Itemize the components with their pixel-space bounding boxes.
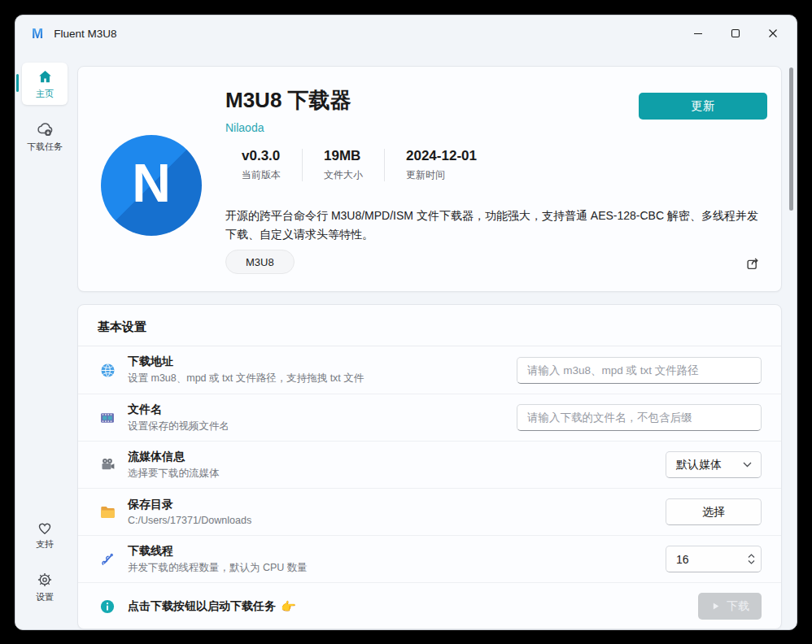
- setting-row-download-url: 下载地址 设置 m3u8、mpd 或 txt 文件路径，支持拖拽 txt 文件: [78, 346, 781, 394]
- share-icon: [744, 255, 762, 272]
- sidebar: 主页 下载任务 支持 设置: [15, 51, 74, 629]
- main-content: N M3U8 下载器 Nilaoda 更新 v0.3.0 当前版本 19MB 文…: [74, 51, 797, 629]
- row-title: 文件名: [128, 402, 229, 417]
- row-text: 保存目录 C:/Users/17371/Downloads: [128, 498, 251, 526]
- cloud-download-icon: [35, 120, 55, 138]
- row-subtitle: 选择要下载的流媒体: [128, 467, 220, 481]
- row-text: 下载线程 并发下载的线程数量，默认为 CPU 数量: [128, 544, 308, 575]
- sidebar-item-settings[interactable]: 设置: [22, 565, 68, 608]
- stat-label: 更新时间: [406, 168, 477, 182]
- settings-card: 基本设置 下载地址 设置 m3u8、mpd 或 txt 文件路径，支持拖拽 tx…: [77, 304, 782, 629]
- stat-value: v0.3.0: [242, 148, 281, 164]
- settings-header: 基本设置: [78, 305, 781, 346]
- close-icon: [768, 28, 778, 38]
- row-title: 保存目录: [128, 498, 251, 512]
- folder-icon: [98, 504, 117, 520]
- stat-value: 19MB: [324, 148, 363, 164]
- spinner-down-icon[interactable]: [748, 559, 755, 564]
- setting-row-save-folder: 保存目录 C:/Users/17371/Downloads 选择: [78, 488, 781, 535]
- filename-input[interactable]: [517, 404, 762, 431]
- app-logo-letter: N: [132, 156, 171, 215]
- row-subtitle: C:/Users/17371/Downloads: [128, 515, 251, 526]
- setting-row-filename: 文件名 设置保存的视频文件名: [78, 394, 781, 441]
- stat-value: 2024-12-01: [406, 148, 477, 164]
- app-title: Fluent M3U8: [54, 28, 116, 40]
- page-title: M3U8 下载器: [225, 86, 351, 115]
- download-button-label: 下载: [727, 599, 749, 614]
- author-link[interactable]: Nilaoda: [225, 121, 264, 134]
- thread-count-input[interactable]: [676, 553, 733, 566]
- minimize-button[interactable]: [679, 20, 717, 46]
- home-icon: [37, 68, 54, 85]
- app-card: N M3U8 下载器 Nilaoda 更新 v0.3.0 当前版本 19MB 文…: [77, 66, 782, 292]
- stat-divider: [302, 149, 303, 181]
- sidebar-item-home[interactable]: 主页: [22, 63, 68, 105]
- vertical-scrollbar[interactable]: [789, 67, 793, 211]
- maximize-icon: [731, 28, 740, 38]
- choose-folder-button[interactable]: 选择: [666, 498, 762, 525]
- download-action-row: 点击下载按钮以启动下载任务 👉 下载: [78, 582, 781, 629]
- stat-date: 2024-12-01 更新时间: [406, 148, 477, 182]
- gear-icon: [36, 571, 54, 589]
- stat-label: 当前版本: [242, 168, 281, 182]
- row-subtitle: 设置 m3u8、mpd 或 txt 文件路径，支持拖拽 txt 文件: [128, 372, 364, 385]
- row-title: 下载线程: [128, 544, 308, 559]
- sidebar-item-support[interactable]: 支持: [22, 513, 68, 555]
- setting-row-threads: 下载线程 并发下载的线程数量，默认为 CPU 数量: [78, 535, 781, 582]
- play-icon: [710, 601, 721, 611]
- info-icon: [100, 599, 115, 614]
- sidebar-item-downloads[interactable]: 下载任务: [22, 115, 68, 158]
- movie-camera-icon: [98, 456, 117, 473]
- app-stats: v0.3.0 当前版本 19MB 文件大小 2024-12-01 更新时间: [242, 148, 477, 182]
- titlebar: M Fluent M3U8: [15, 15, 797, 51]
- sidebar-item-label: 设置: [36, 591, 54, 603]
- app-window: M Fluent M3U8 主页: [15, 15, 797, 630]
- row-subtitle: 并发下载的线程数量，默认为 CPU 数量: [128, 561, 308, 575]
- thread-count-stepper: [666, 546, 762, 572]
- row-text: 下载地址 设置 m3u8、mpd 或 txt 文件路径，支持拖拽 txt 文件: [128, 355, 364, 385]
- stat-version: v0.3.0 当前版本: [242, 148, 281, 182]
- pointing-finger-icon: 👉: [281, 599, 296, 614]
- app-logo-icon: M: [32, 27, 43, 41]
- spinner-up-icon[interactable]: [748, 554, 755, 559]
- download-button[interactable]: 下载: [698, 593, 762, 620]
- row-title: 下载地址: [128, 355, 364, 369]
- minimize-icon: [693, 28, 703, 38]
- maximize-button[interactable]: [717, 20, 754, 46]
- stat-size: 19MB 文件大小: [324, 148, 363, 182]
- setting-row-media: 流媒体信息 选择要下载的流媒体 默认媒体: [78, 441, 781, 488]
- download-url-input[interactable]: [517, 357, 762, 384]
- stat-label: 文件大小: [324, 168, 363, 182]
- share-button[interactable]: [742, 252, 765, 275]
- media-select[interactable]: 默认媒体: [666, 451, 762, 478]
- app-description: 开源的跨平台命令行 M3U8/MPD/ISM 文件下载器，功能强大，支持普通 A…: [225, 207, 769, 243]
- row-subtitle: 设置保存的视频文件名: [128, 420, 229, 433]
- sidebar-item-label: 主页: [36, 88, 54, 100]
- row-title: 流媒体信息: [128, 450, 220, 464]
- row-text: 文件名 设置保存的视频文件名: [128, 402, 229, 433]
- window-controls: [679, 20, 792, 46]
- film-icon: [98, 410, 117, 426]
- sidebar-item-label: 支持: [36, 538, 54, 550]
- download-hint-text: 点击下载按钮以启动下载任务: [128, 599, 276, 614]
- app-logo: N: [101, 135, 202, 236]
- heart-icon: [36, 519, 54, 536]
- close-button[interactable]: [754, 20, 792, 46]
- active-indicator: [16, 74, 19, 92]
- sidebar-item-label: 下载任务: [27, 141, 63, 153]
- tag-chip-m3u8: M3U8: [225, 250, 295, 274]
- stat-divider: [384, 149, 385, 181]
- media-select-value: 默认媒体: [676, 458, 722, 472]
- globe-icon: [98, 362, 117, 379]
- update-button[interactable]: 更新: [639, 93, 767, 120]
- row-text: 流媒体信息 选择要下载的流媒体: [128, 450, 220, 481]
- chevron-down-icon: [743, 462, 752, 468]
- thread-icon: [98, 551, 117, 568]
